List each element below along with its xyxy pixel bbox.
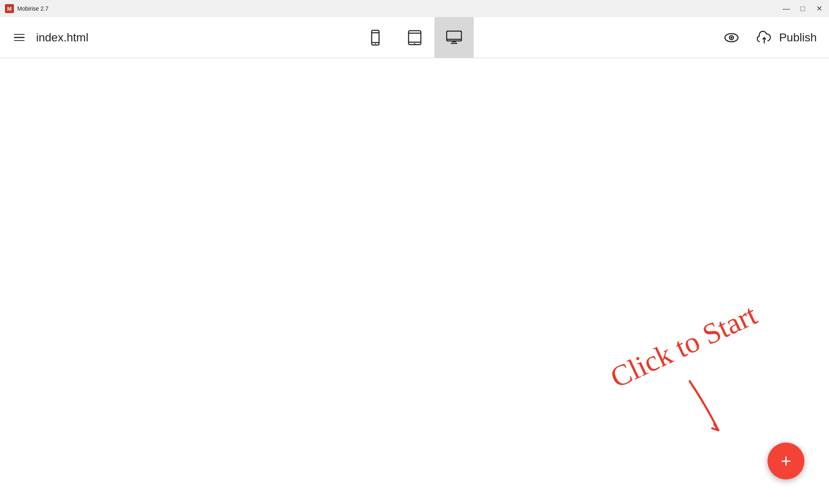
click-to-start-annotation: Click to Start (600, 267, 804, 463)
tablet-icon (406, 29, 424, 47)
svg-text:Click to Start: Click to Start (606, 298, 762, 394)
editor-canvas[interactable]: Click to Start + (0, 58, 829, 504)
upload-cloud-icon (755, 29, 773, 47)
tablet-view-button[interactable] (395, 17, 434, 58)
app-logo-icon: M (5, 4, 14, 13)
add-block-fab[interactable]: + (768, 443, 804, 479)
maximize-button[interactable]: □ (798, 4, 808, 14)
window-controls: — □ ✕ (781, 4, 824, 14)
menu-line-1 (14, 34, 25, 35)
preview-button[interactable] (722, 29, 740, 47)
desktop-icon (445, 29, 463, 47)
menu-icon[interactable] (12, 32, 26, 43)
fab-plus-icon: + (781, 452, 791, 470)
menu-line-2 (14, 37, 25, 38)
mobile-view-button[interactable] (356, 17, 395, 58)
title-bar: M Mobirise 2.7 — □ ✕ (0, 0, 829, 17)
mobile-icon (366, 29, 384, 47)
svg-point-9 (414, 43, 415, 44)
device-view-buttons (356, 17, 474, 58)
desktop-view-button[interactable] (434, 17, 474, 58)
svg-point-5 (375, 43, 375, 44)
publish-button[interactable]: Publish (755, 29, 817, 47)
svg-text:M: M (7, 6, 12, 12)
svg-point-16 (731, 36, 733, 38)
main-toolbar: index.html (0, 17, 829, 58)
app-title: Mobirise 2.7 (17, 5, 781, 12)
menu-line-3 (14, 40, 25, 41)
close-button[interactable]: ✕ (814, 4, 824, 14)
minimize-button[interactable]: — (781, 4, 791, 14)
toolbar-right-actions: Publish (722, 29, 817, 47)
publish-label: Publish (779, 31, 817, 44)
eye-icon (722, 29, 740, 47)
